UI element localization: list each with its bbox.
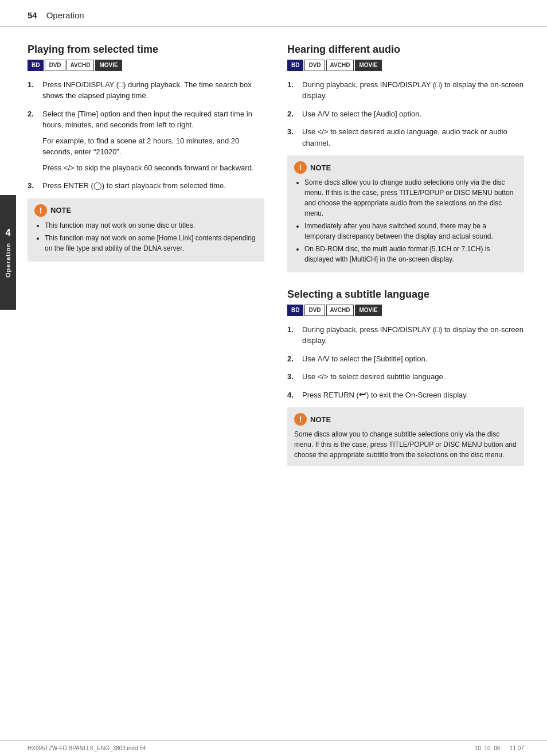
- subtitle-step-1: 1. During playback, press INFO/DISPLAY (…: [287, 324, 524, 346]
- subtitle-step-content-2: Use Λ/V to select the [Subtitle] option.: [302, 353, 524, 365]
- page-header: 54 Operation: [0, 0, 547, 26]
- note-header-playing: ! NOTE: [34, 204, 257, 217]
- page-container: 4 Operation 54 Operation Playing from se…: [0, 0, 547, 756]
- display-icon-1: □: [119, 80, 123, 89]
- note-box-playing: ! NOTE This function may not work on som…: [28, 198, 264, 262]
- badge-bd-audio: BD: [287, 60, 303, 71]
- footer-time: 11:07: [510, 745, 524, 751]
- audio-note-2: Immediately after you have switched soun…: [304, 221, 517, 241]
- section-title-playing: Playing from selected time: [28, 44, 264, 56]
- note-icon-playing: !: [34, 204, 47, 217]
- section-audio: Hearing different audio BD DVD AVCHD MOV…: [287, 44, 524, 272]
- left-column: Playing from selected time BD DVD AVCHD …: [28, 44, 264, 471]
- audio-step-2: 2. Use Λ/V to select the [Audio] option.: [287, 108, 524, 120]
- note-items-audio: Some discs allow you to change audio sel…: [294, 177, 517, 264]
- footer-left: HX995TZW-FD.BPANLLK_ENG_3803.indd 54: [28, 745, 146, 751]
- note-box-subtitle: ! NOTE Some discs allow you to change su…: [287, 407, 524, 466]
- badge-bd-subtitle: BD: [287, 305, 303, 316]
- badge-dvd-subtitle: DVD: [304, 305, 325, 316]
- note-header-subtitle: ! NOTE: [294, 413, 517, 426]
- content-area: Playing from selected time BD DVD AVCHD …: [0, 26, 547, 489]
- step-num-3: 3.: [28, 180, 39, 192]
- audio-step-num-2: 2.: [287, 108, 299, 120]
- badge-avchd-audio: AVCHD: [326, 60, 354, 71]
- badge-movie: MOVIE: [95, 60, 122, 71]
- note-text-subtitle: Some discs allow you to change subtitle …: [294, 429, 517, 460]
- enter-icon-1: ◯: [93, 181, 102, 190]
- subtitle-step-4: 4. Press RETURN (⮨) to exit the On-Scree…: [287, 389, 524, 401]
- section-title-audio: Hearing different audio: [287, 44, 524, 56]
- audio-step-content-1: During playback, press INFO/DISPLAY (□) …: [302, 79, 524, 102]
- tab-number: 4: [6, 228, 11, 238]
- audio-step-num-3: 3.: [287, 126, 299, 138]
- audio-step-3: 3. Use </> to select desired audio langu…: [287, 126, 524, 149]
- subtitle-step-content-3: Use </> to select desired subtitle langu…: [302, 371, 524, 383]
- format-badges-subtitle: BD DVD AVCHD MOVIE: [287, 305, 524, 316]
- page-title: Operation: [46, 10, 84, 20]
- side-tab: 4 Operation: [0, 195, 16, 310]
- section-playing-time: Playing from selected time BD DVD AVCHD …: [28, 44, 264, 262]
- audio-note-3: On BD-ROM disc, the multi audio format (…: [304, 244, 517, 264]
- step-num-1: 1.: [28, 79, 39, 91]
- format-badges-audio: BD DVD AVCHD MOVIE: [287, 60, 524, 71]
- note-item-2: This function may not work on some [Home…: [45, 233, 257, 254]
- step-3: 3. Press ENTER (◯) to start playback fro…: [28, 180, 264, 192]
- badge-dvd: DVD: [45, 60, 65, 71]
- step-content-1: Press INFO/DISPLAY (□) during playback. …: [42, 79, 264, 102]
- return-icon-subtitle: ⮨: [359, 391, 366, 399]
- subtitle-step-2: 2. Use Λ/V to select the [Subtitle] opti…: [287, 353, 524, 365]
- note-header-audio: ! NOTE: [294, 161, 517, 174]
- steps-playing: 1. Press INFO/DISPLAY (□) during playbac…: [28, 79, 264, 192]
- step-content-3: Press ENTER (◯) to start playback from s…: [42, 180, 264, 192]
- step-1: 1. Press INFO/DISPLAY (□) during playbac…: [28, 79, 264, 102]
- steps-subtitle: 1. During playback, press INFO/DISPLAY (…: [287, 324, 524, 401]
- right-column: Hearing different audio BD DVD AVCHD MOV…: [287, 44, 524, 471]
- step-para-2a: For example, to find a scene at 2 hours,…: [42, 135, 264, 158]
- badge-movie-audio: MOVIE: [355, 60, 381, 71]
- note-label-subtitle: NOTE: [310, 415, 331, 424]
- subtitle-step-content-4: Press RETURN (⮨) to exit the On-Screen d…: [302, 389, 524, 401]
- subtitle-step-num-3: 3.: [287, 371, 299, 383]
- footer-right: 10. 10. 06 11:07: [475, 745, 524, 751]
- footer-date: 10. 10. 06: [475, 745, 500, 751]
- badge-avchd-subtitle: AVCHD: [326, 305, 354, 316]
- subtitle-step-content-1: During playback, press INFO/DISPLAY (□) …: [302, 324, 524, 346]
- step-content-2: Select the [Time] option and then input …: [42, 108, 264, 174]
- note-item-1: This function may not work on some disc …: [45, 220, 257, 231]
- steps-audio: 1. During playback, press INFO/DISPLAY (…: [287, 79, 524, 149]
- subtitle-step-num-2: 2.: [287, 353, 299, 365]
- badge-avchd: AVCHD: [67, 60, 95, 71]
- note-label-playing: NOTE: [50, 206, 71, 215]
- subtitle-step-num-4: 4.: [287, 389, 299, 401]
- audio-step-num-1: 1.: [287, 79, 299, 91]
- note-icon-audio: !: [294, 161, 307, 174]
- note-items-playing: This function may not work on some disc …: [34, 220, 257, 254]
- note-box-audio: ! NOTE Some discs allow you to change au…: [287, 155, 524, 272]
- page-number: 54: [28, 10, 37, 20]
- audio-step-content-3: Use </> to select desired audio language…: [302, 126, 524, 149]
- subtitle-step-3: 3. Use </> to select desired subtitle la…: [287, 371, 524, 383]
- display-icon-audio-1: □: [435, 80, 440, 89]
- step-2: 2. Select the [Time] option and then inp…: [28, 108, 264, 174]
- format-badges-playing: BD DVD AVCHD MOVIE: [28, 60, 264, 71]
- badge-movie-subtitle: MOVIE: [355, 305, 381, 316]
- step-para-2b: Press </> to skip the playback 60 second…: [42, 162, 264, 174]
- badge-bd: BD: [28, 60, 44, 71]
- page-footer: HX995TZW-FD.BPANLLK_ENG_3803.indd 54 10.…: [0, 740, 547, 756]
- audio-note-1: Some discs allow you to change audio sel…: [304, 177, 517, 219]
- audio-step-1: 1. During playback, press INFO/DISPLAY (…: [287, 79, 524, 102]
- note-label-audio: NOTE: [310, 163, 331, 172]
- tab-text: Operation: [5, 243, 11, 278]
- badge-dvd-audio: DVD: [304, 60, 325, 71]
- subtitle-step-num-1: 1.: [287, 324, 299, 336]
- step-num-2: 2.: [28, 108, 39, 120]
- audio-step-content-2: Use Λ/V to select the [Audio] option.: [302, 108, 524, 120]
- section-title-subtitle: Selecting a subtitle language: [287, 289, 524, 301]
- section-subtitle: Selecting a subtitle language BD DVD AVC…: [287, 289, 524, 466]
- display-icon-subtitle-1: □: [435, 325, 440, 334]
- note-icon-subtitle: !: [294, 413, 307, 426]
